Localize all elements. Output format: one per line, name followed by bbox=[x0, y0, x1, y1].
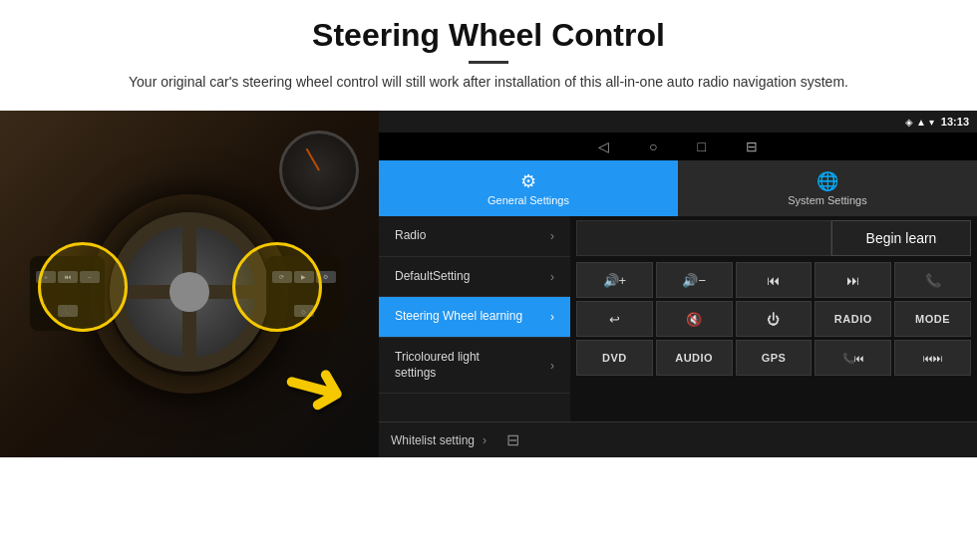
whitelist-file-icon: ⊟ bbox=[506, 430, 519, 449]
menu-item-radio-label: Radio bbox=[395, 228, 426, 244]
controls-row-2: ↩ 🔇 ⏻ RADIO MOD bbox=[576, 301, 971, 337]
steering-chevron-icon: › bbox=[550, 310, 554, 324]
menu-item-tricolour[interactable]: Tricoloured lightsettings › bbox=[379, 338, 570, 394]
menu-item-tricolour-label: Tricoloured lightsettings bbox=[395, 350, 480, 381]
status-time: 13:13 bbox=[941, 116, 969, 128]
next-track-button[interactable]: ⏭ bbox=[814, 262, 891, 298]
prev-track-button[interactable]: ⏮ bbox=[736, 262, 813, 298]
controls-row-3: DVD AUDIO GPS 📞⏮ bbox=[576, 340, 971, 376]
controls-grid: 🔊+ 🔊− ⏮ ⏭ 📞 bbox=[576, 262, 971, 418]
tab-general[interactable]: ⚙ General Settings bbox=[379, 160, 678, 216]
radio-chevron-icon: › bbox=[550, 229, 554, 243]
menu-item-steering-label: Steering Wheel learning bbox=[395, 309, 522, 325]
prev-track-icon: ⏮ bbox=[767, 273, 780, 288]
menu-item-default[interactable]: DefaultSetting › bbox=[379, 257, 570, 298]
begin-learn-button[interactable]: Begin learn bbox=[831, 220, 971, 256]
wifi-icon: ▾ bbox=[929, 117, 934, 128]
page-title: Steering Wheel Control bbox=[60, 18, 917, 53]
steering-wheel-bg: + ⏮ − 📞 ⟳ ▶ ⚙ ◇ ➜ bbox=[0, 111, 379, 457]
menu-item-radio[interactable]: Radio › bbox=[379, 216, 570, 257]
recents-nav-icon[interactable]: □ bbox=[698, 139, 706, 154]
dvd-label: DVD bbox=[602, 352, 627, 364]
nav-bar: ◁ ○ □ ⊟ bbox=[379, 133, 977, 160]
gps-label: GPS bbox=[762, 352, 787, 364]
power-icon: ⏻ bbox=[767, 312, 780, 327]
highlight-right bbox=[232, 242, 322, 332]
dvd-button[interactable]: DVD bbox=[576, 340, 653, 376]
settings-tabs: ⚙ General Settings 🌐 System Settings bbox=[379, 160, 977, 216]
cast-nav-icon[interactable]: ⊟ bbox=[746, 139, 758, 154]
status-bar: ◈ ▲ ▾ 13:13 bbox=[379, 111, 977, 133]
phone-prev-button[interactable]: 📞⏮ bbox=[814, 340, 891, 376]
photo-panel: + ⏮ − 📞 ⟳ ▶ ⚙ ◇ ➜ bbox=[0, 111, 379, 457]
tab-system-label: System Settings bbox=[788, 194, 866, 206]
default-chevron-icon: › bbox=[550, 270, 554, 284]
mode-button[interactable]: MODE bbox=[894, 301, 971, 337]
menu-item-default-label: DefaultSetting bbox=[395, 269, 470, 285]
power-button[interactable]: ⏻ bbox=[736, 301, 813, 337]
skip-button[interactable]: ⏮⏭ bbox=[894, 340, 971, 376]
subtitle: Your original car's steering wheel contr… bbox=[80, 72, 897, 93]
back-nav-icon[interactable]: ◁ bbox=[598, 139, 609, 154]
back-button[interactable]: ↩ bbox=[576, 301, 653, 337]
highlight-left bbox=[38, 242, 128, 332]
mode-label: MODE bbox=[915, 313, 950, 325]
system-settings-icon: 🌐 bbox=[816, 170, 838, 192]
controls-row-1: 🔊+ 🔊− ⏮ ⏭ 📞 bbox=[576, 262, 971, 298]
phone-button[interactable]: 📞 bbox=[894, 262, 971, 298]
phone-icon: 📞 bbox=[925, 273, 941, 288]
whitelist-chevron-icon: › bbox=[483, 433, 487, 447]
title-divider bbox=[469, 61, 508, 64]
vol-down-button[interactable]: 🔊− bbox=[656, 262, 733, 298]
back-icon: ↩ bbox=[609, 312, 620, 327]
android-panel: ◈ ▲ ▾ 13:13 ◁ ○ □ ⊟ ⚙ General Settings bbox=[379, 111, 977, 457]
left-menu: Radio › DefaultSetting › Steering Wheel … bbox=[379, 216, 570, 421]
general-settings-icon: ⚙ bbox=[520, 170, 536, 192]
menu-content: Radio › DefaultSetting › Steering Wheel … bbox=[379, 216, 977, 421]
phone-prev-icon: 📞⏮ bbox=[842, 353, 864, 364]
vol-up-icon: 🔊+ bbox=[603, 273, 627, 288]
page-wrapper: Steering Wheel Control Your original car… bbox=[0, 0, 977, 560]
mute-button[interactable]: 🔇 bbox=[656, 301, 733, 337]
next-track-icon: ⏭ bbox=[846, 273, 859, 288]
vol-up-button[interactable]: 🔊+ bbox=[576, 262, 653, 298]
vol-down-icon: 🔊− bbox=[682, 273, 706, 288]
whitelist-label: Whitelist setting bbox=[391, 433, 475, 447]
home-nav-icon[interactable]: ○ bbox=[649, 139, 657, 154]
status-icons: ◈ ▲ ▾ 13:13 bbox=[905, 116, 969, 128]
radio-label: RADIO bbox=[834, 313, 872, 325]
begin-learn-row: Begin learn bbox=[576, 220, 971, 256]
location-icon: ◈ bbox=[905, 117, 913, 128]
signal-icon: ▲ bbox=[916, 117, 926, 128]
audio-label: AUDIO bbox=[675, 352, 713, 364]
tab-system[interactable]: 🌐 System Settings bbox=[678, 160, 977, 216]
gps-button[interactable]: GPS bbox=[736, 340, 813, 376]
radio-label-button[interactable]: RADIO bbox=[814, 301, 891, 337]
header-section: Steering Wheel Control Your original car… bbox=[0, 0, 977, 103]
content-area: + ⏮ − 📞 ⟳ ▶ ⚙ ◇ ➜ bbox=[0, 111, 977, 560]
tab-general-label: General Settings bbox=[488, 194, 569, 206]
skip-icon: ⏮⏭ bbox=[923, 353, 943, 364]
whitelist-bar: Whitelist setting › ⊟ bbox=[379, 421, 977, 457]
audio-button[interactable]: AUDIO bbox=[656, 340, 733, 376]
tricolour-chevron-icon: › bbox=[550, 359, 554, 373]
mute-icon: 🔇 bbox=[686, 312, 702, 327]
right-controls: Begin learn 🔊+ 🔊− bbox=[570, 216, 977, 421]
menu-item-steering[interactable]: Steering Wheel learning › bbox=[379, 297, 570, 338]
